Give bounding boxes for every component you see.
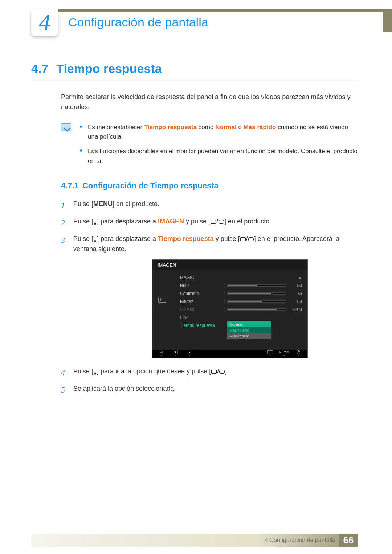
step-2: 2 Pulse [] para desplazarse a IMAGEN y p… xyxy=(61,217,358,229)
source-icon xyxy=(211,370,217,374)
osd-option-normal: Normal xyxy=(227,321,271,327)
nav-up-icon: ▲ xyxy=(187,350,192,354)
page-footer: 4 Configuración de pantalla 66 xyxy=(31,534,358,547)
osd-dropdown: Normal Más rápido Muy rápido xyxy=(227,321,271,339)
note-bullet-2: Las funciones disponibles en el monitor … xyxy=(80,147,358,166)
up-down-icon xyxy=(93,222,97,225)
subsection-heading: 4.7.1Configuración de Tiempo respuesta xyxy=(61,181,358,190)
osd-row-magic: MAGIC▶ xyxy=(180,274,302,282)
enter-icon xyxy=(219,370,225,374)
step-3: 3 Pulse [] para desplazarse a Tiempo res… xyxy=(61,234,358,254)
osd-row-brillo: Brillo:50 xyxy=(180,282,302,290)
nav-auto-label: AUTO xyxy=(279,350,289,354)
section-heading: 4.7 Tiempo respuesta xyxy=(31,62,358,79)
note-icon xyxy=(61,123,71,131)
footer-text: 4 Configuración de pantalla xyxy=(265,537,335,543)
chapter-title: Configuración de pantalla xyxy=(68,15,208,29)
osd-row-fino: Fino xyxy=(180,313,302,321)
chevron-right-icon: ▶ xyxy=(299,276,302,280)
source-icon xyxy=(211,220,216,224)
note-bullet-1: Es mejor establecer Tiempo respuesta com… xyxy=(80,123,358,142)
enter-icon xyxy=(219,220,224,224)
chapter-number: 4 xyxy=(39,9,50,36)
osd-title: IMAGEN xyxy=(152,260,307,270)
subsection-title: Configuración de Tiempo respuesta xyxy=(82,181,219,190)
step-4: 4 Pulse [] para ir a la opción que desee… xyxy=(61,366,358,379)
section-intro: Permite acelerar la velocidad de respues… xyxy=(61,92,358,112)
subsection-number: 4.7.1 xyxy=(61,181,79,190)
note-block: Es mejor establecer Tiempo respuesta com… xyxy=(61,123,358,171)
osd-nav-bar: ◀▾ ▼▾ ▲▾ ▾ AUTO▾ ▾ xyxy=(152,350,307,358)
step-1: 1 Pulse [MENU] en el producto. xyxy=(61,199,358,212)
nav-down-icon: ▼ xyxy=(173,350,178,354)
osd-row-contraste: Contraste:75 xyxy=(180,290,302,297)
step-5: 5 Se aplicará la opción seleccionada. xyxy=(61,384,358,396)
osd-row-nitidez: Nitidez:60 xyxy=(180,297,302,305)
osd-imagen-icon xyxy=(158,297,166,303)
chapter-number-badge: 4 xyxy=(31,9,58,36)
osd-row-grueso: Grueso:2200 xyxy=(180,305,302,313)
section-number: 4.7 xyxy=(31,62,48,76)
osd-screenshot: IMAGEN MAGIC▶ Brillo:50 Contraste:75 Nit… xyxy=(152,259,308,358)
enter-icon xyxy=(248,237,254,241)
page-number: 66 xyxy=(339,534,358,547)
up-down-icon xyxy=(93,239,97,243)
up-down-icon xyxy=(93,372,97,375)
nav-enter-icon xyxy=(267,350,273,354)
source-icon xyxy=(240,237,246,241)
nav-power-icon xyxy=(297,350,300,354)
osd-option-masrapido: Más rápido xyxy=(227,327,271,333)
nav-left-icon: ◀ xyxy=(159,350,163,354)
section-title: Tiempo respuesta xyxy=(56,62,162,76)
osd-option-muyrapido: Muy rápido xyxy=(227,333,271,339)
